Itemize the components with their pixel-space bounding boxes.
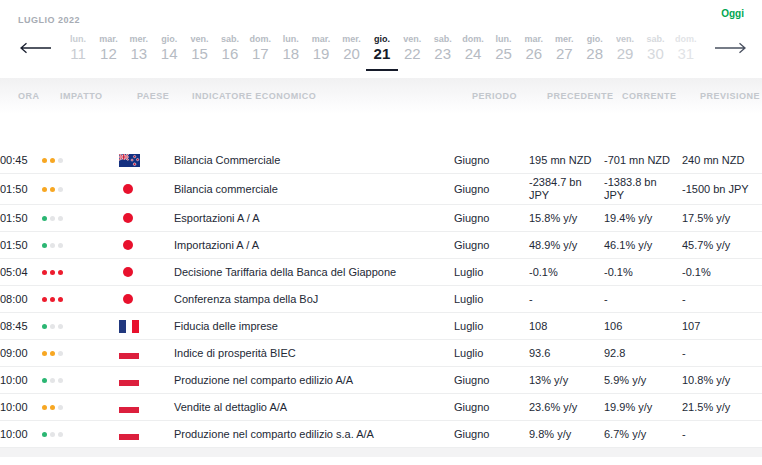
date-item-20[interactable]: mer.20 (340, 34, 364, 62)
event-time: 09:00 (0, 347, 42, 360)
indicator-name[interactable]: Vendite al dettaglio A/A (174, 401, 454, 414)
indicator-name[interactable]: Decisione Tariffaria della Banca del Gia… (174, 266, 454, 279)
date-strip-days: lun.11mar.12mer.13gio.14ven.15sab.16dom.… (66, 34, 698, 62)
impact-dots (42, 243, 119, 248)
indicator-name[interactable]: Produzione nel comparto edilizio A/A (174, 374, 454, 387)
table-row[interactable]: 01:50 Esportazioni A / A Giugno 15.8% y/… (0, 205, 762, 232)
table-row[interactable]: 08:00 Conferenza stampa della BoJ Luglio… (0, 286, 762, 313)
weekday-label: ven. (613, 34, 637, 44)
impact-dot (58, 216, 63, 221)
previous-value: 23.6% y/y (529, 401, 604, 414)
day-number: 21 (370, 45, 394, 62)
impact-dot (50, 324, 55, 329)
indicator-name[interactable]: Produzione nel comparto edilizio s.a. A/… (174, 428, 454, 441)
forecast-value: 45.7% y/y (682, 239, 762, 252)
previous-value: - (529, 293, 604, 306)
weekday-label: gio. (370, 34, 394, 44)
date-item-18[interactable]: lun.18 (279, 34, 303, 62)
indicator-name[interactable]: Bilancia Commerciale (174, 154, 454, 167)
forecast-value: 17.5% y/y (682, 212, 762, 225)
date-item-30[interactable]: sab.30 (643, 34, 667, 62)
weekday-label: ven. (188, 34, 212, 44)
impact-dot (58, 378, 63, 383)
impact-dot (50, 405, 55, 410)
impact-dots (42, 297, 119, 302)
impact-dot (50, 216, 55, 221)
indicator-name[interactable]: Importazioni A / A (174, 239, 454, 252)
table-row[interactable]: 01:50 Bilancia commerciale Giugno -2384.… (0, 174, 762, 205)
weekday-label: sab. (431, 34, 455, 44)
indicator-name[interactable]: Fiducia delle imprese (174, 320, 454, 333)
impact-dot (42, 351, 47, 356)
date-item-12[interactable]: mar.12 (96, 34, 120, 62)
impact-dots (42, 378, 119, 383)
period-cell: Giugno (454, 154, 529, 167)
current-value: -701 mn NZD (604, 154, 682, 167)
date-item-27[interactable]: mer.27 (552, 34, 576, 62)
indicator-name[interactable]: Indice di prosperità BIEC (174, 347, 454, 360)
column-header-paese: PAESE (137, 91, 192, 101)
impact-dot (50, 432, 55, 437)
date-item-19[interactable]: mar.19 (309, 34, 333, 62)
event-time: 08:00 (0, 293, 42, 306)
day-number: 18 (279, 45, 303, 62)
flag-poland-icon (119, 347, 174, 359)
previous-week-arrow-icon[interactable] (18, 42, 52, 54)
impact-dot (50, 158, 55, 163)
forecast-value: -0.1% (682, 266, 762, 279)
month-label: LUGLIO 2022 (18, 15, 80, 25)
table-row[interactable]: 10:00 Vendite al dettaglio A/A Giugno 23… (0, 394, 762, 421)
forecast-value: 107 (682, 320, 762, 333)
table-row[interactable]: 01:50 Importazioni A / A Giugno 48.9% y/… (0, 232, 762, 259)
impact-dot (42, 270, 47, 275)
column-header-precedente: PRECEDENTE (547, 91, 622, 101)
flag-poland-icon (119, 428, 174, 440)
date-item-26[interactable]: mar.26 (522, 34, 546, 62)
table-row[interactable]: 10:00 Produzione nel comparto edilizio s… (0, 421, 762, 448)
table-row[interactable]: 05:04 Decisione Tariffaria della Banca d… (0, 259, 762, 286)
impact-dots (42, 270, 119, 275)
impact-dots (42, 405, 119, 410)
impact-dots (42, 187, 119, 192)
event-time: 01:50 (0, 239, 42, 252)
table-row[interactable]: 08:45 Fiducia delle imprese Luglio 108 1… (0, 313, 762, 340)
date-item-16[interactable]: sab.16 (218, 34, 242, 62)
impact-dot (50, 270, 55, 275)
impact-dots (42, 216, 119, 221)
event-time: 10:00 (0, 374, 42, 387)
period-cell: Giugno (454, 374, 529, 387)
table-row[interactable]: 00:45 Bilancia Commerciale Giugno 195 mn… (0, 147, 762, 174)
table-row[interactable]: 09:00 Indice di prosperità BIEC Luglio 9… (0, 340, 762, 367)
current-value: - (604, 293, 682, 306)
today-button[interactable]: Oggi (721, 8, 744, 19)
indicator-name[interactable]: Esportazioni A / A (174, 212, 454, 225)
day-number: 27 (552, 45, 576, 62)
indicator-name[interactable]: Conferenza stampa della BoJ (174, 293, 454, 306)
date-item-15[interactable]: ven.15 (188, 34, 212, 62)
next-week-arrow-icon[interactable] (714, 42, 748, 54)
date-item-13[interactable]: mer.13 (127, 34, 151, 62)
previous-value: 93.6 (529, 347, 604, 360)
date-item-29[interactable]: ven.29 (613, 34, 637, 62)
date-item-23[interactable]: sab.23 (431, 34, 455, 62)
indicator-name[interactable]: Bilancia commerciale (174, 183, 454, 196)
table-row[interactable]: 10:00 Produzione nel comparto edilizio A… (0, 367, 762, 394)
date-item-25[interactable]: lun.25 (491, 34, 515, 62)
calendar-topbar: LUGLIO 2022 Oggi (0, 0, 762, 22)
date-item-14[interactable]: gio.14 (157, 34, 181, 62)
date-item-21[interactable]: gio.21 (370, 34, 394, 62)
date-item-28[interactable]: gio.28 (583, 34, 607, 62)
forecast-value: - (682, 347, 762, 360)
date-item-31[interactable]: dom.31 (674, 34, 698, 62)
date-item-11[interactable]: lun.11 (66, 34, 90, 62)
date-item-17[interactable]: dom.17 (248, 34, 272, 62)
forecast-value: -1500 bn JPY (682, 183, 762, 196)
date-item-22[interactable]: ven.22 (400, 34, 424, 62)
weekday-label: sab. (218, 34, 242, 44)
previous-value: 9.8% y/y (529, 428, 604, 441)
flag-japan-icon (119, 213, 174, 223)
weekday-label: dom. (674, 34, 698, 44)
period-cell: Luglio (454, 293, 529, 306)
current-value: 5.9% y/y (604, 374, 682, 387)
date-item-24[interactable]: dom.24 (461, 34, 485, 62)
